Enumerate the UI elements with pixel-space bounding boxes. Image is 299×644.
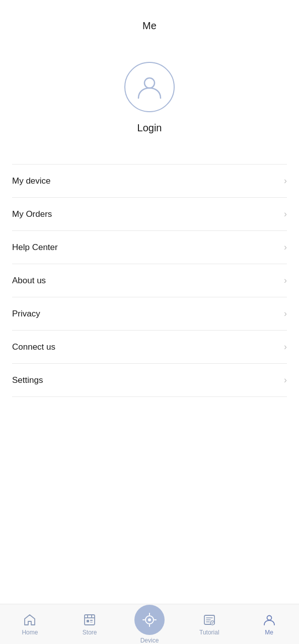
chevron-right-icon: › [284, 242, 287, 253]
menu-item-my-device[interactable]: My device › [12, 164, 287, 198]
nav-item-device[interactable]: Device [120, 605, 180, 644]
avatar[interactable] [124, 62, 175, 112]
svg-rect-3 [90, 620, 93, 621]
menu-item-label: Connect us [12, 342, 55, 352]
menu-item-help-center[interactable]: Help Center › [12, 231, 287, 264]
svg-rect-1 [85, 615, 95, 625]
menu-item-connect-us[interactable]: Connect us › [12, 331, 287, 364]
nav-item-tutorial[interactable]: Tutorial [179, 613, 239, 636]
device-button[interactable] [134, 605, 165, 635]
menu-item-label: About us [12, 276, 46, 286]
chevron-right-icon: › [284, 375, 287, 385]
menu-item-about-us[interactable]: About us › [12, 264, 287, 297]
svg-rect-2 [87, 620, 89, 622]
chevron-right-icon: › [284, 342, 287, 352]
menu-item-label: My device [12, 176, 51, 186]
menu-item-settings[interactable]: Settings › [12, 364, 287, 397]
menu-item-label: Settings [12, 375, 43, 385]
chevron-right-icon: › [284, 275, 287, 286]
svg-point-9 [267, 615, 271, 620]
profile-section: Login [0, 42, 299, 164]
menu-item-label: My Orders [12, 209, 52, 219]
nav-label-tutorial: Tutorial [199, 629, 219, 636]
tutorial-icon [202, 613, 216, 627]
menu-list: My device › My Orders › Help Center › Ab… [0, 164, 299, 397]
svg-rect-4 [90, 622, 93, 622]
chevron-right-icon: › [284, 209, 287, 219]
chevron-right-icon: › [284, 308, 287, 319]
menu-item-my-orders[interactable]: My Orders › [12, 198, 287, 231]
page-title: Me [142, 20, 157, 31]
home-icon [23, 613, 37, 627]
nav-label-me: Me [265, 629, 273, 636]
nav-item-store[interactable]: Store [60, 613, 120, 636]
nav-label-store: Store [83, 629, 97, 636]
header: Me [0, 0, 299, 42]
svg-point-6 [148, 618, 151, 621]
svg-point-0 [144, 78, 155, 88]
menu-item-privacy[interactable]: Privacy › [12, 297, 287, 331]
login-button[interactable]: Login [137, 122, 162, 134]
bottom-navigation: Home Store Device [0, 604, 299, 644]
menu-item-label: Privacy [12, 309, 40, 319]
nav-label-device: Device [140, 637, 159, 644]
nav-item-home[interactable]: Home [0, 613, 60, 636]
nav-item-me[interactable]: Me [239, 613, 299, 636]
nav-label-home: Home [22, 629, 38, 636]
store-icon [83, 613, 97, 627]
avatar-icon [134, 72, 165, 102]
chevron-right-icon: › [284, 176, 287, 186]
menu-item-label: Help Center [12, 243, 58, 253]
me-icon [262, 613, 276, 627]
